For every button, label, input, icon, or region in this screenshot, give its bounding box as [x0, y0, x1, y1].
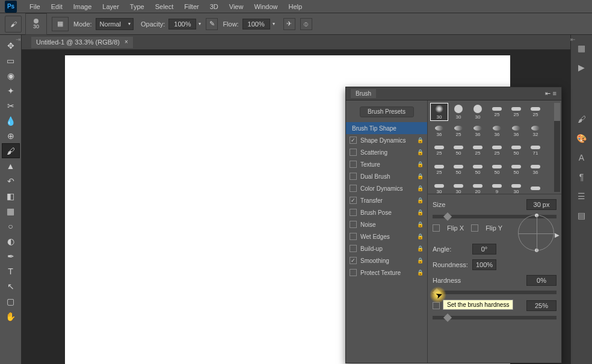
brush-panel-toggle[interactable]: ▦ [52, 17, 69, 31]
setting-checkbox[interactable] [350, 233, 357, 240]
lock-icon[interactable]: 🔒 [417, 209, 424, 215]
menu-3d[interactable]: 3D [205, 3, 224, 10]
setting-protect-texture[interactable]: Protect Texture🔒 [346, 267, 427, 279]
brush-thumb[interactable]: 36 [507, 122, 525, 140]
magic-wand-tool[interactable]: ✦ [2, 83, 20, 98]
opacity-input[interactable]: 100% [168, 19, 196, 29]
lock-icon[interactable]: 🔒 [417, 173, 424, 179]
hardness-input[interactable]: 0% [526, 275, 557, 286]
brush-thumb[interactable]: 50 [507, 161, 525, 179]
brush-thumb[interactable]: 36 [526, 161, 544, 179]
menu-help[interactable]: Help [283, 3, 308, 10]
brush-thumb[interactable]: 25 [449, 122, 467, 140]
play-panel-icon[interactable]: ▶ [573, 59, 590, 76]
healing-brush-tool[interactable]: ⊕ [2, 128, 20, 143]
eraser-tool[interactable]: ◧ [2, 188, 20, 203]
brush-thumb[interactable]: 20 [469, 180, 487, 194]
brush-thumb[interactable]: 36 [469, 122, 487, 140]
brush-thumb[interactable]: 50 [449, 141, 467, 159]
brush-thumb[interactable]: 25 [469, 141, 487, 159]
brush-thumb[interactable]: 9 [488, 180, 506, 194]
hardness-slider[interactable] [433, 291, 557, 294]
setting-wet-edges[interactable]: Wet Edges🔒 [346, 230, 427, 242]
lock-icon[interactable]: 🔒 [417, 185, 424, 191]
brush-panel-tab[interactable]: Brush [351, 89, 376, 98]
panels-collapse-icon[interactable]: ⇤ [570, 36, 575, 43]
flow-input[interactable]: 100% [242, 19, 270, 29]
setting-checkbox[interactable] [350, 185, 357, 192]
menu-image[interactable]: Image [68, 3, 97, 10]
flow-arrow-icon[interactable]: ▾ [273, 21, 275, 26]
lock-icon[interactable]: 🔒 [417, 137, 424, 143]
brush-thumb[interactable]: 30 [430, 103, 448, 121]
lock-icon[interactable]: 🔒 [417, 245, 424, 251]
brush-panel-icon[interactable]: 🖌 [573, 111, 590, 128]
lock-icon[interactable]: 🔒 [417, 149, 424, 155]
brush-thumb[interactable]: 50 [488, 161, 506, 179]
brush-thumb[interactable]: 32 [526, 122, 544, 140]
paragraph-panel-icon[interactable]: ¶ [573, 168, 590, 185]
roundness-input[interactable]: 100% [472, 259, 496, 270]
size-input[interactable]: 30 px [526, 199, 557, 210]
lock-icon[interactable]: 🔒 [417, 161, 424, 167]
setting-color-dynamics[interactable]: Color Dynamics🔒 [346, 182, 427, 194]
lock-icon[interactable]: 🔒 [417, 197, 424, 203]
thumbs-scrollbar[interactable] [554, 103, 560, 192]
type-tool[interactable]: T [2, 264, 20, 279]
tablet-pressure-icon[interactable]: ⦶ [300, 18, 312, 30]
history-brush-tool[interactable]: ↶ [2, 173, 20, 188]
dodge-tool[interactable]: ◐ [2, 233, 20, 248]
angle-input[interactable]: 0° [472, 244, 496, 254]
setting-smoothing[interactable]: Smoothing🔒 [346, 254, 427, 267]
rectangle-tool[interactable]: ▢ [2, 294, 20, 309]
menu-select[interactable]: Select [150, 3, 179, 10]
close-tab-icon[interactable]: × [125, 39, 128, 45]
setting-checkbox[interactable] [350, 257, 357, 264]
menu-filter[interactable]: Filter [179, 3, 204, 10]
lock-icon[interactable]: 🔒 [417, 221, 424, 227]
setting-brush-pose[interactable]: Brush Pose🔒 [346, 206, 427, 218]
flipx-checkbox[interactable] [433, 224, 440, 232]
setting-checkbox[interactable] [350, 221, 357, 228]
color-panel-icon[interactable]: ▦ [573, 40, 590, 57]
setting-checkbox[interactable] [350, 137, 357, 144]
brush-thumb[interactable]: 50 [507, 141, 525, 159]
brush-thumb[interactable]: 30 [449, 180, 467, 194]
setting-checkbox[interactable] [350, 245, 357, 252]
eyedropper-tool[interactable]: 💧 [2, 113, 20, 128]
setting-build-up[interactable]: Build-up🔒 [346, 242, 427, 254]
setting-checkbox[interactable] [350, 209, 357, 216]
airbrush-icon[interactable]: ✈ [283, 18, 295, 30]
brush-thumb[interactable]: 71 [526, 141, 544, 159]
opacity-pressure-icon[interactable]: ✎ [206, 18, 218, 30]
setting-transfer[interactable]: Transfer🔒 [346, 194, 427, 206]
brush-thumb[interactable]: 25 [488, 141, 506, 159]
crop-tool[interactable]: ✂ [2, 98, 20, 113]
panel-collapse-icon[interactable]: ⇤ [545, 90, 550, 97]
brush-preset-picker[interactable]: 30 [25, 13, 47, 35]
spacing-slider[interactable] [433, 316, 557, 319]
layers-panel-icon[interactable]: ☰ [573, 188, 590, 205]
brush-thumb[interactable]: 30 [469, 103, 487, 121]
spacing-input[interactable]: 25% [526, 300, 557, 311]
brush-thumb[interactable]: 30 [449, 103, 467, 121]
brush-thumb[interactable]: 36 [430, 122, 448, 140]
setting-checkbox[interactable] [350, 269, 357, 276]
setting-checkbox[interactable] [350, 161, 357, 168]
setting-checkbox[interactable] [350, 197, 357, 204]
brush-thumb[interactable] [526, 180, 544, 194]
lock-icon[interactable]: 🔒 [417, 233, 424, 239]
setting-noise[interactable]: Noise🔒 [346, 218, 427, 230]
lock-icon[interactable]: 🔒 [417, 270, 424, 276]
opacity-arrow-icon[interactable]: ▾ [199, 21, 201, 26]
toolbar-collapse-icon[interactable]: ⇥ [16, 36, 20, 43]
mode-dropdown[interactable]: Normal [96, 18, 134, 30]
brush-thumb[interactable]: 30 [430, 180, 448, 194]
setting-shape-dynamics[interactable]: Shape Dynamics🔒 [346, 134, 427, 146]
menu-type[interactable]: Type [125, 3, 150, 10]
brush-tool[interactable]: 🖌 [2, 143, 20, 158]
gradient-tool[interactable]: ▦ [2, 203, 20, 218]
panel-menu-icon[interactable]: ≡ [553, 90, 557, 97]
blur-tool[interactable]: ○ [2, 218, 20, 233]
menu-edit[interactable]: Edit [46, 3, 68, 10]
